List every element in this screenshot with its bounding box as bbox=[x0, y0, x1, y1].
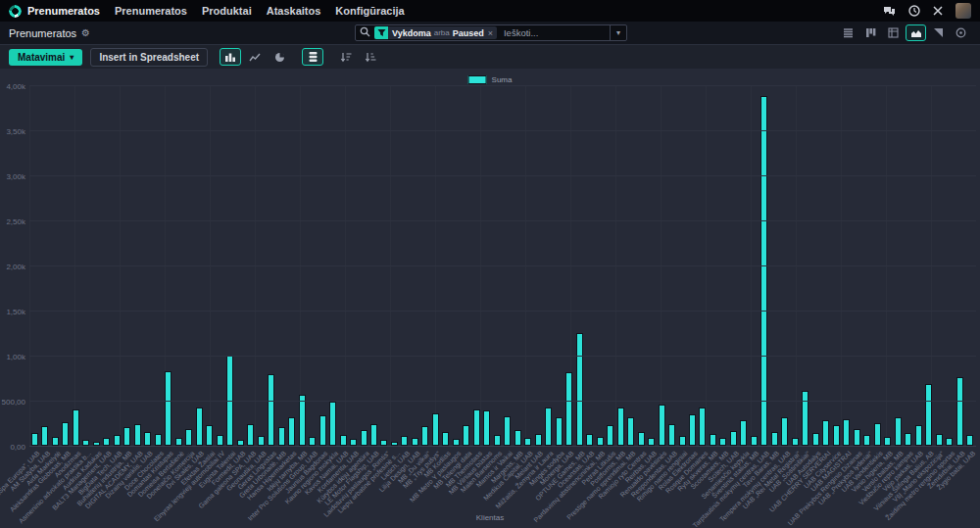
insert-in-spreadsheet-button[interactable]: Insert in Spreadsheet bbox=[90, 48, 208, 67]
search-dropdown-caret-icon[interactable]: ▾ bbox=[610, 25, 626, 40]
bar[interactable] bbox=[925, 384, 932, 446]
bar[interactable] bbox=[936, 434, 943, 446]
bar[interactable] bbox=[514, 430, 521, 446]
bar[interactable] bbox=[123, 427, 130, 446]
bar[interactable] bbox=[730, 431, 737, 446]
bar[interactable] bbox=[689, 414, 696, 446]
bar[interactable] bbox=[319, 415, 326, 446]
bar[interactable] bbox=[792, 438, 799, 446]
bar[interactable] bbox=[854, 429, 860, 446]
action-gear-icon[interactable]: ⚙ bbox=[81, 27, 90, 38]
bar[interactable] bbox=[781, 417, 788, 446]
bar[interactable] bbox=[565, 372, 572, 446]
bar[interactable] bbox=[597, 437, 604, 446]
bar[interactable] bbox=[299, 395, 306, 446]
bar[interactable] bbox=[62, 422, 69, 446]
menu-prenumeratos[interactable]: Prenumeratos bbox=[115, 5, 187, 17]
menu-produktai[interactable]: Produktai bbox=[202, 5, 252, 17]
bar[interactable] bbox=[206, 425, 213, 446]
bar[interactable] bbox=[483, 410, 490, 446]
menu-konfiguracija[interactable]: Konfigūracija bbox=[335, 5, 404, 17]
bar[interactable] bbox=[494, 435, 501, 446]
activities-clock-icon[interactable] bbox=[908, 5, 920, 17]
bar[interactable] bbox=[196, 408, 203, 446]
bar[interactable] bbox=[247, 424, 254, 446]
bar[interactable] bbox=[874, 423, 881, 446]
bar[interactable] bbox=[812, 433, 819, 446]
bar[interactable] bbox=[432, 413, 439, 446]
bar[interactable] bbox=[185, 429, 192, 446]
bar[interactable] bbox=[278, 427, 285, 446]
bar[interactable] bbox=[843, 419, 850, 446]
sort-descending-button[interactable] bbox=[335, 48, 357, 66]
bar[interactable] bbox=[915, 425, 922, 446]
cohort-view-button[interactable] bbox=[928, 24, 949, 41]
bar[interactable] bbox=[442, 432, 449, 446]
bar[interactable] bbox=[833, 425, 840, 446]
bar[interactable] bbox=[607, 425, 613, 446]
bar[interactable] bbox=[760, 96, 767, 446]
bar[interactable] bbox=[895, 417, 902, 446]
bar[interactable] bbox=[648, 438, 655, 446]
bar[interactable] bbox=[453, 439, 460, 446]
line-chart-button[interactable] bbox=[244, 48, 266, 66]
menu-ataskaitos[interactable]: Ataskaitos bbox=[267, 5, 321, 17]
bar[interactable] bbox=[421, 426, 428, 446]
pie-chart-button[interactable] bbox=[269, 48, 290, 66]
bar[interactable] bbox=[350, 439, 357, 446]
bar[interactable] bbox=[134, 424, 141, 446]
bar-chart-button[interactable] bbox=[220, 48, 241, 66]
shortcuts-x-icon[interactable] bbox=[933, 6, 943, 16]
pivot-view-button[interactable] bbox=[883, 24, 904, 41]
app-brand[interactable]: Prenumeratos bbox=[9, 5, 100, 18]
bar[interactable] bbox=[966, 435, 973, 446]
bar[interactable] bbox=[751, 436, 758, 446]
bar[interactable] bbox=[114, 435, 121, 446]
bar[interactable] bbox=[946, 438, 953, 446]
user-avatar[interactable] bbox=[956, 3, 971, 19]
bar[interactable] bbox=[473, 409, 480, 446]
bar[interactable] bbox=[956, 377, 963, 446]
bar[interactable] bbox=[52, 437, 59, 446]
search-input[interactable] bbox=[502, 26, 610, 39]
bar[interactable] bbox=[535, 434, 542, 446]
bar[interactable] bbox=[175, 438, 182, 446]
bar[interactable] bbox=[401, 436, 408, 446]
bar[interactable] bbox=[524, 438, 531, 446]
bar[interactable] bbox=[463, 425, 469, 446]
bar[interactable] bbox=[679, 436, 686, 446]
bar[interactable] bbox=[699, 408, 706, 446]
stacked-toggle-button[interactable] bbox=[302, 48, 323, 66]
bar[interactable] bbox=[668, 424, 675, 446]
bar[interactable] bbox=[556, 417, 563, 446]
bar[interactable] bbox=[771, 432, 778, 446]
page-title[interactable]: Prenumeratos bbox=[9, 27, 76, 39]
bar[interactable] bbox=[361, 430, 368, 446]
bar[interactable] bbox=[586, 434, 593, 446]
bar[interactable] bbox=[217, 435, 223, 446]
list-view-button[interactable] bbox=[838, 24, 858, 41]
bar[interactable] bbox=[412, 438, 418, 446]
bar[interactable] bbox=[41, 426, 48, 446]
kanban-view-button[interactable] bbox=[860, 24, 881, 41]
bar[interactable] bbox=[802, 391, 808, 446]
bar[interactable] bbox=[740, 420, 747, 446]
bar[interactable] bbox=[576, 333, 583, 446]
bar[interactable] bbox=[329, 402, 336, 446]
bar[interactable] bbox=[340, 435, 347, 446]
bar[interactable] bbox=[288, 417, 295, 446]
bar[interactable] bbox=[822, 420, 829, 446]
bar[interactable] bbox=[659, 405, 665, 446]
bar[interactable] bbox=[31, 433, 38, 446]
bar[interactable] bbox=[545, 408, 552, 446]
graph-view-button[interactable] bbox=[906, 24, 926, 41]
bar[interactable] bbox=[165, 371, 172, 446]
bar[interactable] bbox=[905, 433, 911, 446]
bar[interactable] bbox=[370, 424, 377, 446]
bar[interactable] bbox=[155, 434, 162, 446]
bar[interactable] bbox=[73, 409, 79, 446]
bar[interactable] bbox=[617, 408, 624, 446]
bar[interactable] bbox=[268, 374, 274, 446]
activity-view-button[interactable] bbox=[951, 24, 971, 41]
bar[interactable] bbox=[103, 438, 110, 446]
